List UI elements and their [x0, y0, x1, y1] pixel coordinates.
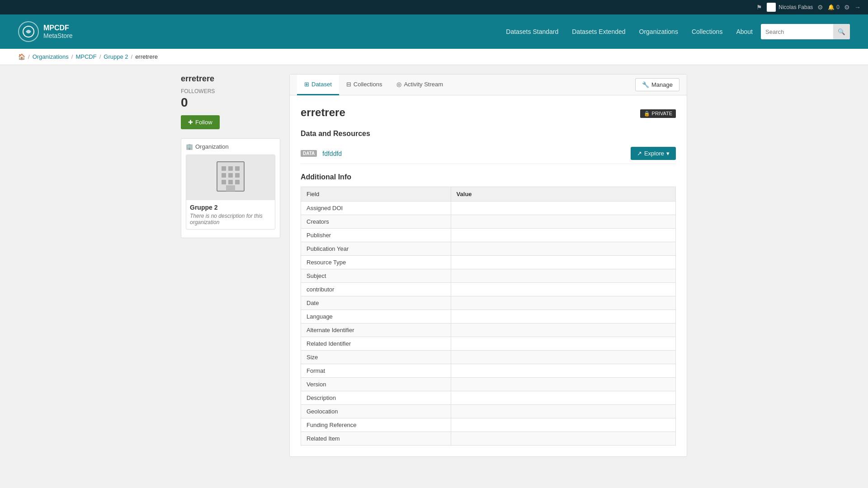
breadcrumb-sep-1: /	[28, 53, 30, 60]
additional-info-table: Field Value Assigned DOICreatorsPublishe…	[301, 187, 676, 446]
value-cell	[451, 364, 675, 378]
table-row: Funding Reference	[301, 418, 676, 432]
flag-icon[interactable]: ⚑	[756, 4, 762, 11]
breadcrumb-sep-4: /	[131, 53, 133, 60]
field-cell: Resource Type	[301, 256, 451, 269]
field-cell: Size	[301, 351, 451, 364]
username-label: Nicolas Fabas	[778, 4, 813, 10]
breadcrumb-home[interactable]: 🏠	[18, 53, 25, 60]
logo[interactable]: MPCDF MetaStore	[18, 21, 73, 42]
manage-button[interactable]: 🔧 Manage	[635, 78, 679, 91]
value-cell	[451, 256, 675, 269]
value-header: Value	[451, 187, 675, 202]
value-cell	[451, 242, 675, 256]
field-cell: Geolocation	[301, 405, 451, 418]
wrench-icon: 🔧	[642, 81, 649, 88]
user-avatar	[767, 3, 776, 12]
value-cell	[451, 337, 675, 351]
follow-button[interactable]: ✚ Follow	[181, 115, 220, 129]
field-cell: contributor	[301, 283, 451, 296]
field-cell: Assigned DOI	[301, 202, 451, 215]
dataset-tab-icon: ⊞	[304, 81, 309, 88]
tab-activity-stream[interactable]: ◎ Activity Stream	[389, 75, 450, 95]
value-cell	[451, 215, 675, 229]
tab-dataset[interactable]: ⊞ Dataset	[297, 75, 339, 95]
field-cell: Publisher	[301, 229, 451, 242]
org-image	[186, 155, 275, 200]
breadcrumb: 🏠 / Organizations / MPCDF / Gruppe 2 / e…	[0, 49, 868, 65]
value-cell	[451, 378, 675, 391]
breadcrumb-organizations[interactable]: Organizations	[33, 53, 69, 60]
table-row: Related Item	[301, 432, 676, 446]
nav-datasets-extended[interactable]: Datasets Extended	[566, 24, 631, 39]
additional-info-heading: Additional Info	[301, 173, 676, 181]
lock-icon: 🔒	[644, 111, 650, 117]
field-cell: Funding Reference	[301, 418, 451, 432]
svg-rect-11	[226, 185, 235, 191]
org-info: Gruppe 2 There is no description for thi…	[186, 200, 275, 229]
field-cell: Format	[301, 364, 451, 378]
sidebar-dataset-name: erretrere	[181, 74, 280, 84]
nav-links: Datasets Standard Datasets Extended Orga…	[500, 24, 850, 39]
dataset-title: erretrere	[301, 106, 345, 119]
dataset-content: erretrere 🔒 PRIVATE Data and Resources D…	[290, 95, 687, 456]
field-cell: Publication Year	[301, 242, 451, 256]
field-cell: Creators	[301, 215, 451, 229]
settings-icon[interactable]: ⚙	[844, 4, 850, 11]
notifications[interactable]: 🔔 0	[828, 4, 840, 10]
title-row: erretrere 🔒 PRIVATE	[301, 106, 676, 121]
field-cell: Related Item	[301, 432, 451, 446]
field-cell: Language	[301, 310, 451, 324]
table-row: Description	[301, 391, 676, 405]
resource-name[interactable]: fdfddfd	[322, 150, 625, 157]
field-header: Field	[301, 187, 451, 202]
table-row: Assigned DOI	[301, 202, 676, 215]
value-cell	[451, 418, 675, 432]
table-row: Related Identifier	[301, 337, 676, 351]
header: MPCDF MetaStore Datasets Standard Datase…	[0, 14, 868, 49]
table-row: Publisher	[301, 229, 676, 242]
search-button[interactable]: 🔍	[833, 24, 850, 39]
svg-rect-10	[235, 180, 240, 184]
followers-label: Followers	[181, 88, 280, 94]
table-row: Date	[301, 296, 676, 310]
user-menu[interactable]: Nicolas Fabas	[767, 3, 813, 12]
plus-icon: ✚	[188, 119, 193, 126]
table-row: Version	[301, 378, 676, 391]
search-box: 🔍	[761, 24, 850, 39]
table-row: Alternate Identifier	[301, 324, 676, 337]
svg-rect-4	[235, 166, 240, 171]
value-cell	[451, 391, 675, 405]
explore-button[interactable]: ↗ Explore ▾	[631, 147, 676, 160]
breadcrumb-mpcdf[interactable]: MPCDF	[75, 53, 96, 60]
tab-collections[interactable]: ⊟ Collections	[339, 75, 390, 95]
breadcrumb-gruppe2[interactable]: Gruppe 2	[104, 53, 128, 60]
table-row: Language	[301, 310, 676, 324]
field-cell: Related Identifier	[301, 337, 451, 351]
field-cell: Description	[301, 391, 451, 405]
table-row: Resource Type	[301, 256, 676, 269]
table-row: Geolocation	[301, 405, 676, 418]
value-cell	[451, 351, 675, 364]
org-card[interactable]: Gruppe 2 There is no description for thi…	[186, 155, 275, 230]
svg-rect-7	[235, 173, 240, 178]
gear-icon[interactable]: ⚙	[817, 4, 823, 11]
logout-icon[interactable]: →	[854, 4, 861, 11]
value-cell	[451, 229, 675, 242]
building-small-icon: 🏢	[186, 143, 193, 150]
svg-rect-9	[228, 180, 233, 184]
value-cell	[451, 296, 675, 310]
sidebar: erretrere Followers 0 ✚ Follow 🏢 Organiz…	[181, 74, 280, 457]
org-building-icon	[215, 157, 246, 198]
nav-datasets-standard[interactable]: Datasets Standard	[500, 24, 564, 39]
table-row: contributor	[301, 283, 676, 296]
org-section-title: 🏢 Organization	[186, 143, 275, 150]
nav-organizations[interactable]: Organizations	[634, 24, 684, 39]
search-input[interactable]	[761, 28, 833, 35]
value-cell	[451, 405, 675, 418]
arrow-icon: ↗	[637, 150, 642, 157]
nav-about[interactable]: About	[731, 24, 758, 39]
nav-collections[interactable]: Collections	[686, 24, 728, 39]
logo-circle	[18, 21, 39, 42]
field-cell: Subject	[301, 269, 451, 283]
